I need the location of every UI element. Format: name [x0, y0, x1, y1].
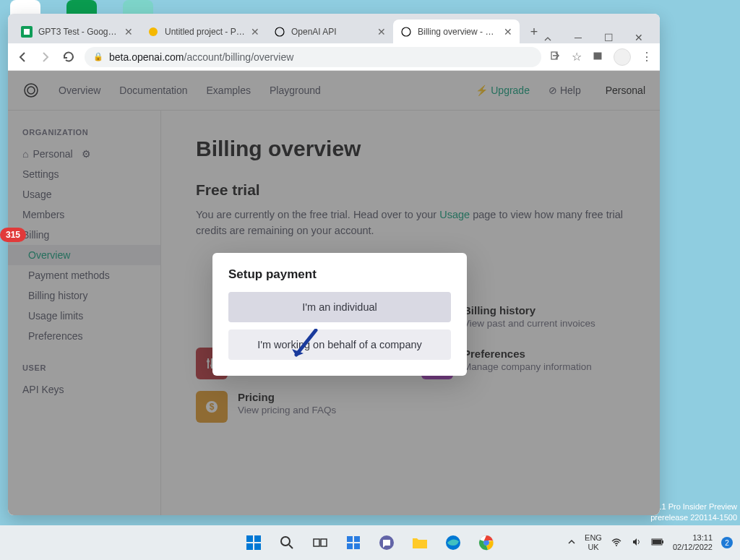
- svg-point-27: [446, 535, 460, 550]
- generic-icon: [147, 26, 159, 38]
- svg-point-28: [479, 535, 494, 550]
- battery-icon[interactable]: [651, 538, 664, 548]
- search-button[interactable]: [272, 528, 301, 557]
- svg-rect-31: [652, 539, 662, 545]
- share-icon[interactable]: [550, 50, 562, 64]
- svg-rect-0: [21, 26, 33, 38]
- svg-rect-17: [246, 543, 253, 550]
- svg-rect-6: [594, 53, 601, 59]
- svg-rect-32: [662, 540, 663, 543]
- modal-title: Setup payment: [228, 267, 451, 282]
- browser-tab[interactable]: Untitled project - Projec ✕: [140, 20, 267, 43]
- window-close-button[interactable]: ✕: [634, 33, 644, 43]
- url-domain: beta.openai.com: [109, 51, 184, 63]
- chrome-window: ─ ☐ ✕ GPT3 Test - Google She ✕ Untitled …: [8, 14, 660, 515]
- page-content: Overview Documentation Examples Playgrou…: [8, 71, 660, 515]
- extensions-icon[interactable]: [592, 50, 603, 64]
- window-maximize-button[interactable]: ☐: [603, 33, 614, 43]
- openai-icon: [274, 26, 285, 38]
- tab-close-icon[interactable]: ✕: [377, 26, 386, 38]
- url-input[interactable]: 🔒 beta.openai.com/account/billing/overvi…: [85, 47, 541, 67]
- language-indicator[interactable]: ENG UK: [585, 533, 602, 552]
- chat-button[interactable]: [372, 528, 401, 557]
- notification-count[interactable]: 2: [721, 537, 733, 548]
- window-minimize-button[interactable]: [543, 33, 553, 43]
- notification-badge: 315: [0, 228, 26, 242]
- svg-point-3: [275, 27, 284, 36]
- browser-tab[interactable]: OpenAI API ✕: [267, 20, 393, 43]
- svg-point-4: [402, 27, 410, 36]
- build-watermark: s 11 Pro Insider Preview prerelease 2201…: [650, 501, 737, 522]
- svg-rect-15: [246, 535, 253, 542]
- volume-icon[interactable]: [631, 536, 642, 549]
- svg-rect-18: [254, 543, 261, 550]
- lock-icon: 🔒: [93, 52, 103, 61]
- chrome-button[interactable]: [472, 528, 501, 557]
- edge-button[interactable]: [439, 528, 468, 557]
- openai-icon: [400, 26, 412, 38]
- sheets-icon: [21, 26, 33, 38]
- bookmark-icon[interactable]: ☆: [572, 50, 582, 64]
- tab-close-icon[interactable]: ✕: [251, 26, 259, 38]
- svg-rect-22: [347, 536, 353, 542]
- widgets-button[interactable]: [339, 528, 368, 557]
- individual-button[interactable]: I'm an individual: [228, 292, 451, 322]
- svg-rect-5: [551, 52, 557, 59]
- new-tab-button[interactable]: +: [524, 22, 544, 42]
- tab-title: GPT3 Test - Google She: [38, 27, 119, 37]
- svg-rect-20: [314, 539, 319, 546]
- task-view-button[interactable]: [306, 528, 335, 557]
- nav-forward-button[interactable]: [38, 50, 53, 64]
- browser-tab[interactable]: GPT3 Test - Google She ✕: [14, 20, 140, 43]
- svg-point-29: [483, 540, 489, 546]
- nav-reload-button[interactable]: [61, 50, 76, 64]
- svg-rect-23: [354, 536, 360, 542]
- tab-title: OpenAI API: [291, 27, 371, 37]
- svg-rect-1: [24, 29, 30, 35]
- tab-title: Untitled project - Projec: [165, 27, 245, 37]
- tab-close-icon[interactable]: ✕: [504, 26, 512, 38]
- svg-rect-21: [321, 539, 327, 546]
- window-restore-button[interactable]: ─: [573, 33, 583, 43]
- svg-rect-25: [354, 543, 360, 549]
- tab-close-icon[interactable]: ✕: [124, 26, 133, 38]
- clock[interactable]: 13:11 02/12/2022: [673, 533, 713, 552]
- company-button[interactable]: I'm working on behalf of a company: [228, 329, 451, 360]
- tab-title: Billing overview - Open: [418, 27, 498, 37]
- start-button[interactable]: [239, 528, 268, 557]
- svg-rect-33: [653, 540, 661, 544]
- svg-rect-24: [347, 543, 353, 549]
- nav-back-button[interactable]: [15, 50, 30, 64]
- wifi-icon[interactable]: [611, 536, 622, 549]
- svg-point-19: [281, 537, 290, 546]
- svg-point-30: [616, 545, 617, 546]
- file-explorer-button[interactable]: [405, 528, 434, 557]
- tray-chevron-icon[interactable]: [567, 538, 576, 548]
- svg-rect-16: [254, 535, 261, 542]
- setup-payment-modal: Setup payment I'm an individual I'm work…: [212, 253, 467, 376]
- chrome-menu-icon[interactable]: ⋮: [641, 50, 653, 64]
- windows-taskbar: ENG UK 13:11 02/12/2022 2: [0, 525, 740, 560]
- profile-icon[interactable]: [614, 48, 631, 66]
- address-bar: 🔒 beta.openai.com/account/billing/overvi…: [8, 43, 660, 71]
- svg-point-26: [379, 535, 394, 550]
- svg-point-2: [149, 27, 158, 36]
- browser-tab-active[interactable]: Billing overview - Open ✕: [393, 20, 520, 43]
- url-path: /account/billing/overview: [184, 51, 294, 63]
